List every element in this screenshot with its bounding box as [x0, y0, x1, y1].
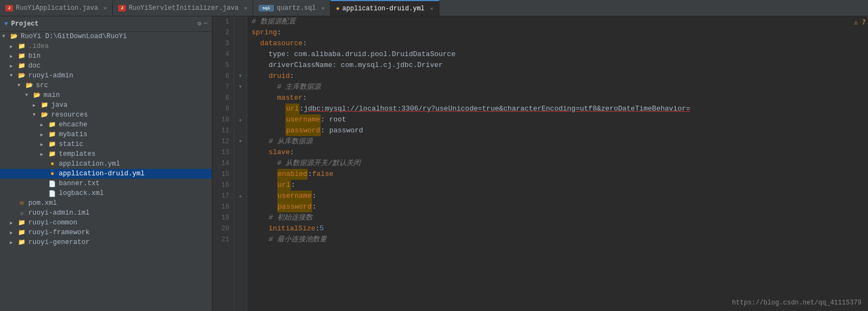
- folder-icon: [48, 121, 57, 129]
- code-line-17: username :: [252, 191, 868, 202]
- tree-item-application-druid-yml[interactable]: ● application-druid.yml: [0, 169, 212, 179]
- tree-item-templates[interactable]: templates: [0, 149, 212, 159]
- code-line-6: druid:: [252, 71, 868, 82]
- folder-icon: [40, 101, 49, 109]
- tree-item-ruoyi-admin[interactable]: ruoyi-admin: [0, 71, 212, 81]
- tab-label: RuoYiApplication.java: [16, 4, 98, 12]
- code-line-3: datasource:: [252, 38, 868, 49]
- tab-close-btn[interactable]: ✕: [103, 5, 107, 11]
- tab-ruoyi-application[interactable]: J RuoYiApplication.java ✕: [0, 0, 113, 16]
- java-icon: J: [118, 5, 126, 11]
- tree-item-ruoyi-root[interactable]: RuoYi D:\GitDownLoad\RuoYi: [0, 32, 212, 41]
- sidebar-minimize-icon[interactable]: —: [204, 20, 207, 28]
- tab-close-btn[interactable]: ✕: [430, 5, 433, 12]
- gutter-fold-13[interactable]: ▼: [234, 136, 247, 147]
- tree-item-main[interactable]: main: [0, 90, 212, 100]
- tree-label: templates: [59, 150, 96, 158]
- tree-item-idea[interactable]: .idea: [0, 41, 212, 51]
- key-text: slave: [268, 147, 290, 158]
- key-highlight: username: [277, 191, 312, 202]
- tab-app-druid[interactable]: ● application-druid.yml ✕: [331, 0, 439, 16]
- arrow-icon: [17, 83, 25, 88]
- code-line-16: url :: [252, 180, 868, 191]
- tree-item-src[interactable]: src: [0, 81, 212, 90]
- arrow-icon: [10, 230, 17, 236]
- folder-open-icon: [25, 82, 34, 89]
- folder-open-icon: [17, 72, 26, 80]
- tree-label: pom.xml: [28, 199, 57, 207]
- gutter: ▼ ▼ ◈ ▼: [234, 16, 247, 311]
- arrow-icon: [33, 102, 40, 108]
- key-highlight: username: [285, 114, 320, 125]
- arrow-icon: [40, 122, 48, 128]
- gutter-fold-8[interactable]: ▼: [234, 82, 247, 93]
- tree-label: ruoyi-generator: [28, 239, 90, 246]
- tree-item-pom-xml[interactable]: m pom.xml: [0, 198, 212, 208]
- tree-item-ruoyi-admin-iml[interactable]: ◇ ruoyi-admin.iml: [0, 208, 212, 218]
- tree-label: RuoYi D:\GitDownLoad\RuoYi: [21, 33, 127, 40]
- editor-panel: 12345 678910 1112131415 1617181920 21 ▼ …: [212, 16, 868, 311]
- tree-label: application.yml: [59, 160, 120, 168]
- code-line-13: slave:: [252, 147, 868, 158]
- folder-open-icon: [10, 33, 19, 40]
- gutter-bookmark-11[interactable]: ◈: [234, 114, 247, 125]
- key-highlight: url: [285, 103, 299, 114]
- comment-text: # 初始连接数: [268, 212, 313, 223]
- tree-label: ehcache: [59, 121, 88, 129]
- folder-open-icon: [33, 92, 41, 99]
- code-line-8: master:: [252, 93, 868, 103]
- key-text: spring: [252, 27, 277, 38]
- sql-icon: sql: [259, 5, 274, 11]
- tree-item-ruoyi-common[interactable]: ruoyi-common: [0, 218, 212, 228]
- sidebar-settings-icon[interactable]: ⚙: [198, 20, 201, 28]
- folder-icon: [17, 52, 26, 60]
- code-line-4: type: com.alibaba.druid.pool.DruidDataSo…: [252, 49, 868, 60]
- tree-item-bin[interactable]: bin: [0, 51, 212, 61]
- tree-item-java[interactable]: java: [0, 100, 212, 110]
- arrow-icon: [40, 142, 48, 148]
- tree-item-ehcache[interactable]: ehcache: [0, 120, 212, 130]
- tree-item-logback-xml[interactable]: 📄 logback.xml: [0, 188, 212, 198]
- code-line-1: # 数据源配置: [252, 16, 868, 27]
- tree-item-doc[interactable]: doc: [0, 61, 212, 71]
- yml-file-icon: ●: [48, 170, 57, 178]
- folder-icon: [17, 42, 26, 50]
- folder-icon: [17, 229, 26, 236]
- tree-item-mybatis[interactable]: mybatis: [0, 130, 212, 139]
- tree-item-resources[interactable]: resources: [0, 110, 212, 120]
- tree-item-static[interactable]: static: [0, 139, 212, 149]
- tab-quartz-sql[interactable]: sql quartz.sql ✕: [253, 0, 331, 16]
- tab-label: quartz.sql: [277, 4, 316, 12]
- tab-ruoyi-servlet[interactable]: J RuoYiServletInitializer.java ✕: [113, 0, 253, 16]
- tree-label: src: [36, 82, 48, 89]
- tree-label: logback.xml: [59, 190, 104, 197]
- bool-text: false: [312, 169, 333, 180]
- gutter-bookmark-18[interactable]: ◈: [234, 191, 247, 202]
- gutter-fold-6[interactable]: ▼: [234, 71, 247, 82]
- tree-item-application-yml[interactable]: ● application.yml: [0, 159, 212, 169]
- project-sidebar[interactable]: ▼ Project ⚙ — RuoYi D:\GitDownLoad\RuoYi…: [0, 16, 212, 311]
- tree-item-banner-txt[interactable]: 📄 banner.txt: [0, 179, 212, 188]
- main-area: ▼ Project ⚙ — RuoYi D:\GitDownLoad\RuoYi…: [0, 16, 868, 311]
- code-area[interactable]: ⚠ 7 # 数据源配置 spring: datasource:: [247, 16, 868, 311]
- arrow-icon: [40, 151, 48, 157]
- folder-open-icon: [40, 111, 49, 119]
- tree-item-ruoyi-generator[interactable]: ruoyi-generator: [0, 237, 212, 247]
- number-text: 5: [320, 223, 324, 234]
- tab-close-btn[interactable]: ✕: [321, 5, 325, 11]
- folder-icon: [48, 141, 57, 148]
- arrow-icon: [10, 73, 17, 78]
- tree-label: mybatis: [59, 131, 88, 138]
- arrow-icon: [2, 34, 10, 39]
- code-line-14: # 从数据源开关/默认关闭: [252, 158, 868, 169]
- code-line-18: password :: [252, 202, 868, 212]
- key-text: master: [277, 93, 303, 103]
- folder-icon: [48, 131, 57, 138]
- tree-label: doc: [28, 62, 41, 70]
- tree-label: main: [44, 92, 60, 99]
- key-text: initialSize: [268, 223, 315, 234]
- tree-item-ruoyi-framework[interactable]: ruoyi-framework: [0, 228, 212, 237]
- plain-text: driverClassName: com.mysql.cj.jdbc.Drive…: [268, 60, 443, 71]
- tab-close-btn[interactable]: ✕: [244, 5, 247, 11]
- arrow-icon: [10, 44, 17, 50]
